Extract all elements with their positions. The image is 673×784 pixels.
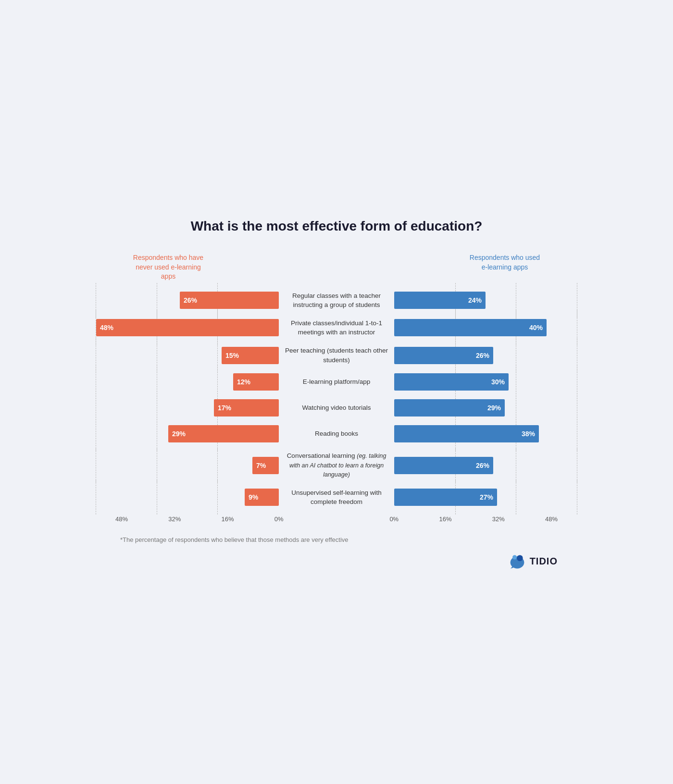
bar-left-6: 7% bbox=[252, 457, 279, 474]
tidio-logo-icon bbox=[509, 553, 526, 570]
bar-right-4: 29% bbox=[394, 399, 505, 416]
bar-left-3: 12% bbox=[233, 373, 279, 391]
bar-right-0: 24% bbox=[394, 292, 486, 309]
legend-right: Respondents who used e-learning apps bbox=[466, 253, 543, 282]
left-panel: 26% bbox=[115, 292, 279, 309]
center-label-6: Conversational learning (eg. talking wit… bbox=[279, 451, 394, 479]
left-panel: 12% bbox=[115, 373, 279, 391]
bar-row: 9%Unsupervised self-learning with comple… bbox=[115, 488, 558, 507]
axis-label-32r: 32% bbox=[492, 515, 505, 523]
legend-row: Respondents who have never used e-learni… bbox=[115, 253, 558, 282]
right-panel: 26% bbox=[394, 347, 558, 364]
left-panel: 29% bbox=[115, 425, 279, 442]
chart-title: What is the most effective form of educa… bbox=[115, 219, 558, 234]
bar-right-7: 27% bbox=[394, 489, 497, 506]
axis-label-32l: 32% bbox=[168, 515, 181, 523]
bar-row: 26%Regular classes with a teacher instru… bbox=[115, 291, 558, 310]
bar-row: 15%Peer teaching (students teach other s… bbox=[115, 346, 558, 365]
bar-right-6: 26% bbox=[394, 457, 493, 474]
center-label-7: Unsupervised self-learning with complete… bbox=[279, 488, 394, 507]
axis-label-16l: 16% bbox=[222, 515, 234, 523]
axis-label-48l: 48% bbox=[115, 515, 128, 523]
right-panel: 40% bbox=[394, 319, 558, 336]
center-label-4: Watching video tutorials bbox=[279, 403, 394, 413]
bar-row: 48%Private classes/individual 1-to-1 mee… bbox=[115, 318, 558, 337]
bar-left-5: 29% bbox=[168, 425, 279, 442]
footnote: *The percentage of respondents who belie… bbox=[115, 536, 558, 543]
right-panel: 29% bbox=[394, 399, 558, 416]
bar-left-4: 17% bbox=[214, 399, 279, 416]
right-panel: 27% bbox=[394, 489, 558, 506]
bar-left-7: 9% bbox=[245, 489, 279, 506]
center-label-1: Private classes/individual 1-to-1 meetin… bbox=[279, 318, 394, 337]
rows-content: 26%Regular classes with a teacher instru… bbox=[115, 291, 558, 507]
left-panel: 48% bbox=[115, 319, 279, 336]
right-panel: 30% bbox=[394, 373, 558, 391]
center-label-0: Regular classes with a teacher instructi… bbox=[279, 291, 394, 310]
axis-label-0r: 0% bbox=[389, 515, 399, 523]
bar-row: 29%Reading books38% bbox=[115, 425, 558, 442]
center-label-2: Peer teaching (students teach other stud… bbox=[279, 346, 394, 365]
tidio-logo-text: TIDIO bbox=[530, 556, 558, 567]
left-panel: 7% bbox=[115, 457, 279, 474]
bar-left-1: 48% bbox=[96, 319, 279, 336]
bar-right-1: 40% bbox=[394, 319, 547, 336]
right-panel: 24% bbox=[394, 292, 558, 309]
right-panel: 38% bbox=[394, 425, 558, 442]
center-label-5: Reading books bbox=[279, 429, 394, 439]
svg-point-1 bbox=[517, 555, 523, 561]
axis-label-48r: 48% bbox=[545, 515, 558, 523]
svg-point-2 bbox=[512, 555, 517, 559]
axis-right: 0% 16% 32% 48% bbox=[389, 515, 558, 523]
axis-left: 48% 32% 16% 0% bbox=[115, 515, 284, 523]
tidio-logo: TIDIO bbox=[115, 553, 558, 570]
chart-rows-wrapper: 26%Regular classes with a teacher instru… bbox=[115, 291, 558, 507]
axis-label-16r: 16% bbox=[439, 515, 451, 523]
center-label-3: E-learning platform/app bbox=[279, 377, 394, 387]
bar-left-0: 26% bbox=[180, 292, 279, 309]
bar-row: 12%E-learning platform/app30% bbox=[115, 373, 558, 391]
right-panel: 26% bbox=[394, 457, 558, 474]
bar-right-5: 38% bbox=[394, 425, 539, 442]
bar-right-3: 30% bbox=[394, 373, 509, 391]
bar-row: 7%Conversational learning (eg. talking w… bbox=[115, 451, 558, 479]
bar-row: 17%Watching video tutorials29% bbox=[115, 399, 558, 416]
bar-left-2: 15% bbox=[222, 347, 279, 364]
axis-row: 48% 32% 16% 0% 0% 16% 32% 48% bbox=[115, 515, 558, 523]
left-panel: 17% bbox=[115, 399, 279, 416]
legend-left: Respondents who have never used e-learni… bbox=[130, 253, 207, 282]
left-panel: 9% bbox=[115, 489, 279, 506]
left-panel: 15% bbox=[115, 347, 279, 364]
axis-label-0l: 0% bbox=[274, 515, 284, 523]
chart-card: What is the most effective form of educa… bbox=[96, 199, 577, 585]
bar-right-2: 26% bbox=[394, 347, 493, 364]
